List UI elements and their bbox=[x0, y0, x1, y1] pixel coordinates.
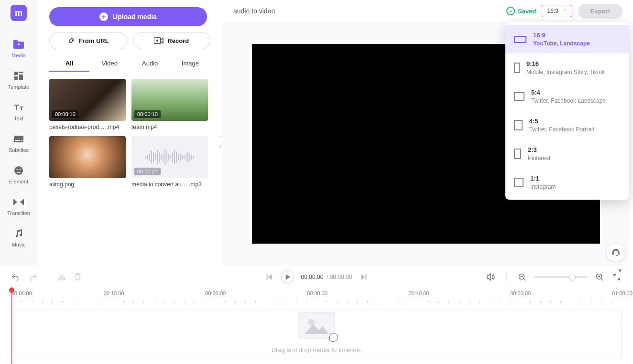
svg-rect-6 bbox=[19, 75, 23, 80]
app-logo[interactable]: m bbox=[11, 5, 27, 21]
aspect-desc: Twitter, Facebook Landscape bbox=[531, 97, 606, 104]
media-item[interactable]: 00:00:10 team.mp4 bbox=[131, 79, 208, 130]
media-tabs: All Video Audio Image bbox=[49, 56, 210, 72]
time-total: 00:00.00 bbox=[330, 274, 352, 280]
undo-button[interactable] bbox=[11, 272, 21, 282]
aspect-title: 4:5 bbox=[529, 118, 594, 125]
zoom-in-button[interactable] bbox=[595, 272, 604, 282]
plus-circle-icon: + bbox=[99, 12, 108, 21]
split-button[interactable] bbox=[57, 272, 66, 282]
timeline-toolbar: 00:00.00 / 00:00.00 bbox=[0, 268, 633, 287]
aspect-option[interactable]: 1:1 Instagram bbox=[505, 168, 629, 197]
aspect-option[interactable]: 16:9 YouTube, Landscape bbox=[505, 25, 629, 54]
nav-label: Subtitles bbox=[9, 147, 29, 153]
time-display: 00:00.00 / 00:00.00 bbox=[301, 274, 352, 280]
subtitles-icon bbox=[11, 133, 26, 145]
media-panel: + Upload media From URL Record All Video… bbox=[37, 0, 220, 266]
media-thumb bbox=[49, 136, 126, 178]
timeline: 00:00.0000:10.0000:20.0000:30.0000:40.00… bbox=[0, 287, 633, 364]
upload-media-button[interactable]: + Upload media bbox=[49, 7, 207, 26]
prev-button[interactable] bbox=[265, 272, 274, 282]
aspect-ratio-dropdown: 16:9 YouTube, Landscape 9:16 Mobile, Ins… bbox=[505, 22, 629, 200]
tab-all[interactable]: All bbox=[49, 56, 89, 72]
nav-element[interactable]: Element bbox=[0, 159, 37, 190]
from-url-button[interactable]: From URL bbox=[49, 32, 127, 49]
aspect-option[interactable]: 5:4 Twitter, Facebook Landscape bbox=[505, 82, 629, 111]
aspect-option[interactable]: 9:16 Mobile, Instagram Story, Tiktok bbox=[505, 54, 629, 82]
ruler-tick: 01:00.00 bbox=[612, 290, 633, 296]
tab-image[interactable]: Image bbox=[170, 56, 210, 72]
media-thumb: 00:00:27 bbox=[131, 136, 208, 178]
media-name: team.mp4 bbox=[131, 124, 208, 130]
timeline-playhead[interactable] bbox=[11, 287, 12, 364]
tab-video[interactable]: Video bbox=[89, 56, 130, 72]
media-duration: 00:00:10 bbox=[134, 110, 161, 118]
check-circle-icon: ✓ bbox=[506, 7, 515, 15]
zoom-out-button[interactable] bbox=[517, 272, 527, 282]
media-duration: 00:00:10 bbox=[52, 110, 78, 118]
media-item[interactable]: aiimg.png bbox=[49, 136, 126, 188]
nav-subtitles[interactable]: Subtitles bbox=[0, 127, 37, 159]
nav-music[interactable]: Music bbox=[0, 222, 37, 253]
saved-label: Saved bbox=[518, 8, 536, 15]
delete-button[interactable] bbox=[73, 272, 83, 282]
svg-rect-8 bbox=[14, 136, 23, 142]
aspect-desc: Instagram bbox=[530, 183, 556, 190]
aspect-title: 9:16 bbox=[526, 60, 605, 67]
aspect-option[interactable]: 4:5 Twitter, Facebook Portrait bbox=[505, 111, 629, 139]
media-item[interactable]: 00:00:27 media.io convert au… .mp3 bbox=[131, 136, 208, 188]
nav-label: Music bbox=[12, 242, 26, 247]
nav-transition[interactable]: Transition bbox=[0, 190, 37, 222]
play-button[interactable] bbox=[281, 270, 295, 284]
fit-timeline-button[interactable] bbox=[612, 272, 622, 282]
record-label: Record bbox=[167, 37, 189, 44]
media-duration: 00:00:27 bbox=[134, 168, 161, 175]
media-name: pexels-rodnae-prod… .mp4 bbox=[49, 124, 126, 130]
volume-button[interactable] bbox=[486, 272, 496, 282]
svg-rect-3 bbox=[18, 43, 19, 45]
nav-label: Text bbox=[14, 116, 23, 121]
zoom-slider[interactable] bbox=[535, 276, 587, 278]
svg-rect-1 bbox=[13, 40, 18, 43]
svg-rect-5 bbox=[19, 72, 23, 73]
media-name: aiimg.png bbox=[49, 181, 126, 188]
media-thumb: 00:00:10 bbox=[49, 79, 126, 121]
nav-media[interactable]: Media bbox=[0, 32, 37, 64]
timeline-dropzone[interactable]: Drag and drop media to timeline. bbox=[11, 310, 622, 357]
next-button[interactable] bbox=[359, 272, 368, 282]
music-icon bbox=[11, 227, 26, 240]
aspect-shape-icon bbox=[514, 92, 524, 101]
nav-label: Template bbox=[8, 84, 30, 90]
svg-rect-18 bbox=[267, 274, 268, 280]
waveform-icon bbox=[145, 148, 194, 167]
slider-knob[interactable] bbox=[569, 274, 576, 280]
from-url-label: From URL bbox=[79, 37, 109, 44]
aspect-shape-icon bbox=[514, 149, 521, 159]
text-icon bbox=[11, 101, 26, 114]
ruler-tick: 00:10.00 bbox=[104, 290, 124, 296]
chevron-up-icon: ⌃ bbox=[563, 9, 567, 14]
nav-text[interactable]: Text bbox=[0, 96, 37, 127]
record-button[interactable]: Record bbox=[133, 32, 211, 49]
template-icon bbox=[11, 70, 26, 82]
timeline-ruler[interactable]: 00:00.0000:10.0000:20.0000:30.0000:40.00… bbox=[11, 290, 622, 303]
saved-indicator: ✓ Saved bbox=[506, 7, 536, 15]
ruler-tick: 00:30.00 bbox=[307, 290, 327, 296]
aspect-ratio-button[interactable]: 16:9 ⌃ bbox=[542, 5, 572, 17]
aspect-shape-icon bbox=[514, 63, 520, 73]
support-button[interactable] bbox=[606, 243, 625, 262]
tab-audio[interactable]: Audio bbox=[130, 56, 170, 72]
aspect-title: 5:4 bbox=[531, 89, 606, 96]
media-item[interactable]: 00:00:10 pexels-rodnae-prod… .mp4 bbox=[49, 79, 126, 130]
nav-template[interactable]: Template bbox=[0, 64, 37, 96]
export-button[interactable]: Export bbox=[578, 4, 622, 19]
redo-button[interactable] bbox=[28, 272, 37, 282]
drop-hint: Drag and drop media to timeline. bbox=[272, 346, 362, 353]
ratio-value: 16:9 bbox=[547, 8, 558, 14]
aspect-shape-icon bbox=[514, 120, 523, 130]
svg-rect-19 bbox=[365, 274, 366, 280]
ruler-tick: 00:40.00 bbox=[409, 290, 429, 296]
aspect-option[interactable]: 2:3 Pinterest bbox=[505, 139, 629, 168]
nav-label: Media bbox=[11, 53, 26, 58]
project-title[interactable]: audio to video bbox=[233, 7, 506, 15]
